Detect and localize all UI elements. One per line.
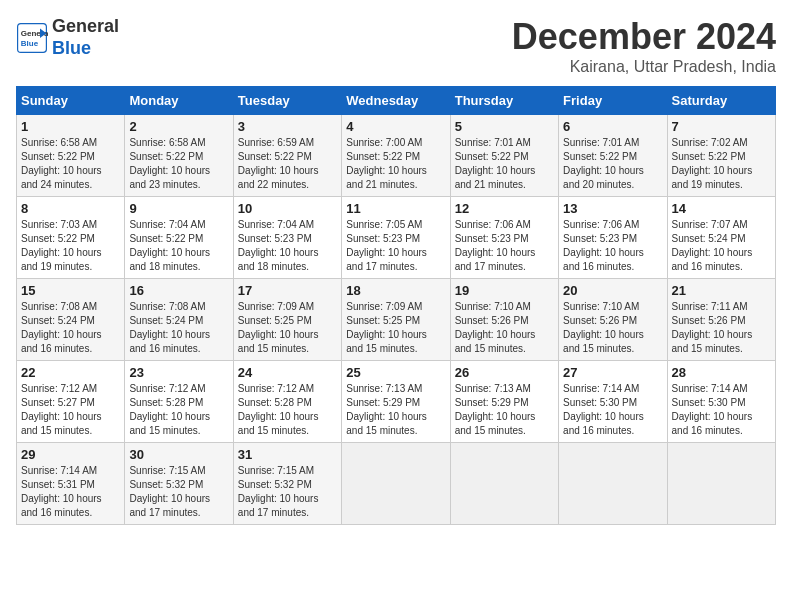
day-number: 16 xyxy=(129,283,228,298)
day-number: 1 xyxy=(21,119,120,134)
day-number: 9 xyxy=(129,201,228,216)
day-number: 28 xyxy=(672,365,771,380)
calendar-cell: 23 Sunrise: 7:12 AM Sunset: 5:28 PM Dayl… xyxy=(125,361,233,443)
calendar-week-row: 15 Sunrise: 7:08 AM Sunset: 5:24 PM Dayl… xyxy=(17,279,776,361)
weekday-header-tuesday: Tuesday xyxy=(233,87,341,115)
logo: General Blue General Blue xyxy=(16,16,119,59)
day-info: Sunrise: 7:04 AM Sunset: 5:22 PM Dayligh… xyxy=(129,218,228,274)
day-number: 11 xyxy=(346,201,445,216)
calendar-cell: 16 Sunrise: 7:08 AM Sunset: 5:24 PM Dayl… xyxy=(125,279,233,361)
calendar-week-row: 8 Sunrise: 7:03 AM Sunset: 5:22 PM Dayli… xyxy=(17,197,776,279)
day-info: Sunrise: 7:11 AM Sunset: 5:26 PM Dayligh… xyxy=(672,300,771,356)
day-number: 27 xyxy=(563,365,662,380)
day-number: 18 xyxy=(346,283,445,298)
calendar-cell: 2 Sunrise: 6:58 AM Sunset: 5:22 PM Dayli… xyxy=(125,115,233,197)
day-number: 17 xyxy=(238,283,337,298)
month-title: December 2024 xyxy=(512,16,776,58)
calendar-cell: 21 Sunrise: 7:11 AM Sunset: 5:26 PM Dayl… xyxy=(667,279,775,361)
title-block: December 2024 Kairana, Uttar Pradesh, In… xyxy=(512,16,776,76)
day-info: Sunrise: 7:09 AM Sunset: 5:25 PM Dayligh… xyxy=(238,300,337,356)
day-info: Sunrise: 6:58 AM Sunset: 5:22 PM Dayligh… xyxy=(21,136,120,192)
calendar-cell: 19 Sunrise: 7:10 AM Sunset: 5:26 PM Dayl… xyxy=(450,279,558,361)
day-info: Sunrise: 7:13 AM Sunset: 5:29 PM Dayligh… xyxy=(346,382,445,438)
logo-general: General xyxy=(52,16,119,36)
day-number: 19 xyxy=(455,283,554,298)
calendar-cell: 13 Sunrise: 7:06 AM Sunset: 5:23 PM Dayl… xyxy=(559,197,667,279)
calendar-cell: 22 Sunrise: 7:12 AM Sunset: 5:27 PM Dayl… xyxy=(17,361,125,443)
calendar-cell: 9 Sunrise: 7:04 AM Sunset: 5:22 PM Dayli… xyxy=(125,197,233,279)
day-number: 29 xyxy=(21,447,120,462)
calendar-cell: 11 Sunrise: 7:05 AM Sunset: 5:23 PM Dayl… xyxy=(342,197,450,279)
day-number: 12 xyxy=(455,201,554,216)
day-number: 13 xyxy=(563,201,662,216)
day-number: 25 xyxy=(346,365,445,380)
calendar-cell xyxy=(342,443,450,525)
day-info: Sunrise: 7:06 AM Sunset: 5:23 PM Dayligh… xyxy=(563,218,662,274)
calendar-week-row: 29 Sunrise: 7:14 AM Sunset: 5:31 PM Dayl… xyxy=(17,443,776,525)
day-info: Sunrise: 7:06 AM Sunset: 5:23 PM Dayligh… xyxy=(455,218,554,274)
day-info: Sunrise: 7:02 AM Sunset: 5:22 PM Dayligh… xyxy=(672,136,771,192)
calendar-cell xyxy=(667,443,775,525)
calendar-cell: 8 Sunrise: 7:03 AM Sunset: 5:22 PM Dayli… xyxy=(17,197,125,279)
calendar-table: SundayMondayTuesdayWednesdayThursdayFrid… xyxy=(16,86,776,525)
calendar-cell: 20 Sunrise: 7:10 AM Sunset: 5:26 PM Dayl… xyxy=(559,279,667,361)
day-info: Sunrise: 7:14 AM Sunset: 5:31 PM Dayligh… xyxy=(21,464,120,520)
day-info: Sunrise: 7:01 AM Sunset: 5:22 PM Dayligh… xyxy=(563,136,662,192)
calendar-cell: 27 Sunrise: 7:14 AM Sunset: 5:30 PM Dayl… xyxy=(559,361,667,443)
day-info: Sunrise: 6:59 AM Sunset: 5:22 PM Dayligh… xyxy=(238,136,337,192)
day-info: Sunrise: 7:15 AM Sunset: 5:32 PM Dayligh… xyxy=(238,464,337,520)
day-info: Sunrise: 7:12 AM Sunset: 5:28 PM Dayligh… xyxy=(129,382,228,438)
day-number: 23 xyxy=(129,365,228,380)
day-info: Sunrise: 7:04 AM Sunset: 5:23 PM Dayligh… xyxy=(238,218,337,274)
logo-icon: General Blue xyxy=(16,22,48,54)
location-title: Kairana, Uttar Pradesh, India xyxy=(512,58,776,76)
day-info: Sunrise: 7:08 AM Sunset: 5:24 PM Dayligh… xyxy=(129,300,228,356)
calendar-cell: 24 Sunrise: 7:12 AM Sunset: 5:28 PM Dayl… xyxy=(233,361,341,443)
weekday-header-wednesday: Wednesday xyxy=(342,87,450,115)
day-info: Sunrise: 7:15 AM Sunset: 5:32 PM Dayligh… xyxy=(129,464,228,520)
day-number: 8 xyxy=(21,201,120,216)
calendar-cell: 14 Sunrise: 7:07 AM Sunset: 5:24 PM Dayl… xyxy=(667,197,775,279)
svg-text:Blue: Blue xyxy=(21,39,39,48)
calendar-cell: 6 Sunrise: 7:01 AM Sunset: 5:22 PM Dayli… xyxy=(559,115,667,197)
day-info: Sunrise: 7:08 AM Sunset: 5:24 PM Dayligh… xyxy=(21,300,120,356)
calendar-cell xyxy=(559,443,667,525)
weekday-header-saturday: Saturday xyxy=(667,87,775,115)
day-number: 6 xyxy=(563,119,662,134)
calendar-cell: 5 Sunrise: 7:01 AM Sunset: 5:22 PM Dayli… xyxy=(450,115,558,197)
day-number: 21 xyxy=(672,283,771,298)
day-info: Sunrise: 7:07 AM Sunset: 5:24 PM Dayligh… xyxy=(672,218,771,274)
day-number: 2 xyxy=(129,119,228,134)
calendar-cell: 28 Sunrise: 7:14 AM Sunset: 5:30 PM Dayl… xyxy=(667,361,775,443)
day-number: 7 xyxy=(672,119,771,134)
day-number: 14 xyxy=(672,201,771,216)
weekday-header-friday: Friday xyxy=(559,87,667,115)
calendar-cell: 26 Sunrise: 7:13 AM Sunset: 5:29 PM Dayl… xyxy=(450,361,558,443)
day-info: Sunrise: 7:14 AM Sunset: 5:30 PM Dayligh… xyxy=(672,382,771,438)
calendar-week-row: 22 Sunrise: 7:12 AM Sunset: 5:27 PM Dayl… xyxy=(17,361,776,443)
day-number: 3 xyxy=(238,119,337,134)
calendar-cell: 25 Sunrise: 7:13 AM Sunset: 5:29 PM Dayl… xyxy=(342,361,450,443)
day-info: Sunrise: 7:10 AM Sunset: 5:26 PM Dayligh… xyxy=(563,300,662,356)
day-info: Sunrise: 7:12 AM Sunset: 5:27 PM Dayligh… xyxy=(21,382,120,438)
day-number: 15 xyxy=(21,283,120,298)
day-number: 20 xyxy=(563,283,662,298)
day-info: Sunrise: 7:12 AM Sunset: 5:28 PM Dayligh… xyxy=(238,382,337,438)
day-info: Sunrise: 7:00 AM Sunset: 5:22 PM Dayligh… xyxy=(346,136,445,192)
day-number: 24 xyxy=(238,365,337,380)
day-info: Sunrise: 7:10 AM Sunset: 5:26 PM Dayligh… xyxy=(455,300,554,356)
day-number: 10 xyxy=(238,201,337,216)
calendar-header-row: SundayMondayTuesdayWednesdayThursdayFrid… xyxy=(17,87,776,115)
weekday-header-thursday: Thursday xyxy=(450,87,558,115)
day-number: 22 xyxy=(21,365,120,380)
day-info: Sunrise: 7:05 AM Sunset: 5:23 PM Dayligh… xyxy=(346,218,445,274)
day-number: 4 xyxy=(346,119,445,134)
day-number: 31 xyxy=(238,447,337,462)
calendar-cell: 3 Sunrise: 6:59 AM Sunset: 5:22 PM Dayli… xyxy=(233,115,341,197)
day-info: Sunrise: 7:14 AM Sunset: 5:30 PM Dayligh… xyxy=(563,382,662,438)
calendar-cell: 10 Sunrise: 7:04 AM Sunset: 5:23 PM Dayl… xyxy=(233,197,341,279)
day-number: 5 xyxy=(455,119,554,134)
day-info: Sunrise: 7:09 AM Sunset: 5:25 PM Dayligh… xyxy=(346,300,445,356)
calendar-cell: 1 Sunrise: 6:58 AM Sunset: 5:22 PM Dayli… xyxy=(17,115,125,197)
calendar-cell: 31 Sunrise: 7:15 AM Sunset: 5:32 PM Dayl… xyxy=(233,443,341,525)
